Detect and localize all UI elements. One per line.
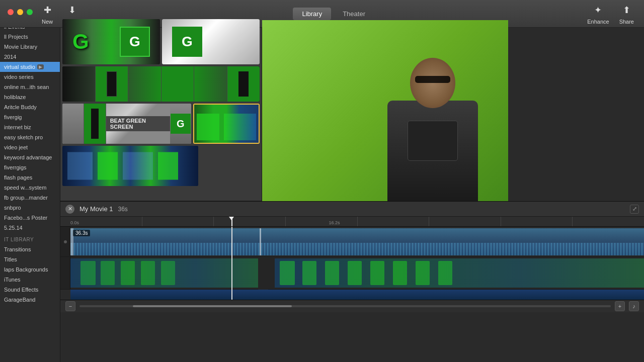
timeline-title: My Movie 1 [79, 205, 113, 213]
blue-wave [70, 258, 258, 288]
sidebar-item-video-jeet[interactable]: video jeet [0, 142, 60, 152]
sidebar-item-flash-pages[interactable]: flash pages [0, 172, 60, 183]
media-thumb-2[interactable]: G [162, 19, 260, 64]
clip-duration-label: 36.3s [73, 230, 90, 236]
green-clip-2[interactable] [275, 258, 644, 288]
minimize-button[interactable] [17, 9, 23, 15]
timeline-ruler: 0.0s 16.2s [60, 217, 644, 227]
playhead-triangle [229, 217, 234, 220]
sidebar-item-video-series[interactable]: video series [0, 72, 60, 82]
sidebar-item-snbpro[interactable]: snbpro [0, 203, 60, 213]
track-dot [64, 240, 67, 243]
main-clip[interactable]: 36.3s [70, 228, 644, 255]
sidebar-item-facebook-poster[interactable]: Facebo...s Poster [0, 213, 60, 223]
sidebar-item-maps-backgrounds[interactable]: laps Backgrounds [0, 264, 60, 275]
fullscreen-button[interactable] [27, 9, 33, 15]
audio-strip [70, 290, 644, 300]
ruler-ticks [70, 217, 644, 226]
enhance-button[interactable]: ✦ Enhance [587, 3, 609, 25]
main-video-track: 36.3s [60, 227, 644, 257]
sidebar: ES Photo Library ll Events ll Projects M… [0, 0, 60, 362]
gs-track-handle [60, 257, 70, 289]
preview-person [377, 50, 488, 201]
timeline-duration: 36s [118, 206, 127, 213]
timeline-expand-button[interactable]: ⤢ [630, 205, 639, 214]
green-screen-track [60, 257, 644, 290]
sidebar-item-fb-group[interactable]: fb group...mander [0, 193, 60, 203]
sidebar-item-easy-sketch[interactable]: easy sketch pro [0, 132, 60, 142]
sidebar-item-movie-library[interactable]: Movie Library [0, 42, 60, 52]
sidebar-item-transitions[interactable]: Transitions [0, 244, 60, 254]
sidebar-item-525[interactable]: 5.25.14 [0, 223, 60, 233]
sidebar-item-2014[interactable]: 2014 [0, 52, 60, 62]
right-panel: ⊡ ◑ ♪ ⊞ ▶ ⏩ ⊕ ⓘ Green/Blue Screen ▼ Soft… [262, 0, 508, 201]
media-grid-row-2 [62, 66, 260, 102]
media-thumb-beat[interactable]: BEAT GREEN SCREEN G [62, 104, 191, 144]
media-thumb-1[interactable]: G G [62, 19, 160, 64]
sidebar-item-fivergig[interactable]: fivergig [0, 112, 60, 122]
track-gap [258, 257, 268, 290]
track-handle-left [60, 227, 70, 256]
enhance-icon: ✦ [591, 3, 605, 17]
timeline-scrollbar-thumb[interactable] [133, 305, 292, 307]
sidebar-item-sound-effects[interactable]: Sound Effects [0, 285, 60, 295]
sidebar-item-fiverrgigs[interactable]: fiverrgigs [0, 162, 60, 172]
sidebar-item-titles[interactable]: Titles [0, 254, 60, 264]
close-button[interactable] [8, 9, 14, 15]
sidebar-item-article-buddy[interactable]: Aritcle Buddy [0, 102, 60, 112]
sidebar-section-unit: IT LIBRARY [0, 233, 60, 244]
share-icon: ⬆ [619, 3, 633, 17]
sidebar-item-keyword-advantage[interactable]: keyword advantage [0, 152, 60, 162]
sidebar-item-internet-biz[interactable]: internet biz [0, 122, 60, 132]
sidebar-item-online-sean[interactable]: online m...ith sean [0, 82, 60, 92]
library-tab[interactable]: Library [293, 8, 331, 20]
traffic-lights [8, 9, 33, 15]
media-grid-row-3: BEAT GREEN SCREEN G [62, 104, 260, 144]
view-tabs: Library Theater [293, 8, 374, 20]
sidebar-item-itunes[interactable]: iTunes [0, 275, 60, 285]
sidebar-item-projects[interactable]: ll Projects [0, 32, 60, 42]
video-preview [262, 20, 508, 201]
timeline-header: ✕ My Movie 1 36s ⤢ [60, 202, 644, 217]
sidebar-item-holiblaze[interactable]: holiblaze [0, 92, 60, 102]
media-thumb-timeline[interactable] [62, 146, 198, 186]
waveform [70, 243, 644, 255]
media-thumb-filmstrip-1[interactable] [62, 66, 260, 102]
timeline-section: ✕ My Movie 1 36s ⤢ 0.0s 16.2s [60, 201, 644, 362]
close-icon: ✕ [68, 206, 72, 212]
import-icon: ⬇ [65, 3, 79, 17]
timeline-scrollbar[interactable] [79, 305, 611, 307]
timeline-tracks: 36.3s [60, 227, 644, 300]
new-button[interactable]: ✚ New [40, 3, 54, 25]
timeline-zoom-out-button[interactable]: − [65, 301, 75, 311]
timeline-zoom-in-button[interactable]: + [615, 301, 625, 311]
sidebar-item-garageband[interactable]: GarageBand [0, 295, 60, 305]
blue-wave [275, 258, 644, 288]
media-thumb-green-blue[interactable]: 16.2s [193, 104, 260, 144]
new-icon: ✚ [40, 3, 54, 17]
sidebar-item-speed-system[interactable]: speed w...system [0, 183, 60, 193]
timeline-bottom: − + ♪ [60, 300, 644, 312]
timeline-close-button[interactable]: ✕ [65, 205, 74, 214]
browser-panel: ⊞ virtual studio 1 of 6 Selected Hide Re… [60, 0, 262, 201]
selection-marker [260, 228, 261, 255]
media-grid: G G [60, 17, 262, 201]
sidebar-item-virtual-studio[interactable]: virtual studio ▶ [0, 62, 60, 72]
media-grid-row-4 [62, 146, 260, 186]
share-button[interactable]: ⬆ Share [619, 3, 634, 25]
green-clip-1[interactable] [70, 258, 258, 288]
playhead-ruler [231, 217, 232, 226]
theater-tab[interactable]: Theater [334, 8, 374, 20]
sidebar-badge: ▶ [37, 64, 44, 69]
add-music-button[interactable]: ♪ [629, 301, 639, 311]
